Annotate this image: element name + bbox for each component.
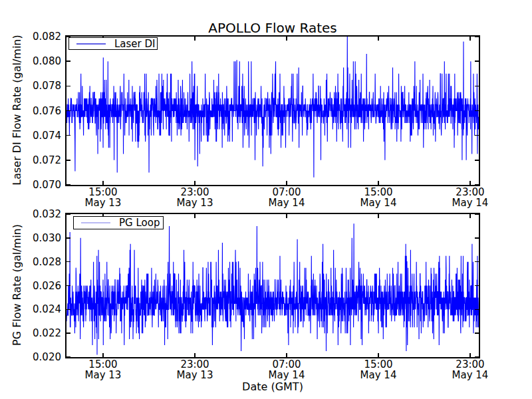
y-tick-label: 0.022 xyxy=(19,327,61,339)
legend-label: Laser DI xyxy=(114,38,156,50)
x-axis-tick xyxy=(286,181,287,185)
chart-title: APOLLO Flow Rates xyxy=(66,20,479,36)
y-tick-label: 0.082 xyxy=(19,31,61,43)
x-axis-tick-top xyxy=(378,214,379,218)
y-axis-tick-right xyxy=(475,213,479,215)
y-axis-tick xyxy=(66,160,70,161)
x-tick-label: 23:00May 13 xyxy=(166,360,223,380)
legend-laser-di: Laser DI xyxy=(68,37,158,50)
y-tick-label: 0.076 xyxy=(19,105,61,117)
y-axis-tick xyxy=(66,332,70,334)
x-axis-tick-top xyxy=(286,37,287,41)
x-tick-label: 23:00May 14 xyxy=(442,188,499,208)
y-tick-label: 0.028 xyxy=(19,256,61,268)
legend-line-sample-icon xyxy=(76,41,106,47)
legend-line-sample-icon xyxy=(80,219,111,226)
plot-area-pg-loop xyxy=(65,213,480,358)
x-axis-tick-top xyxy=(469,214,471,218)
y-tick-label: 0.080 xyxy=(19,55,61,67)
x-axis-tick xyxy=(286,353,287,357)
x-tick-label: 07:00May 14 xyxy=(258,360,315,380)
x-tick-label-line: May 13 xyxy=(74,370,132,381)
x-axis-tick xyxy=(194,353,196,357)
y-tick-label: 0.024 xyxy=(19,303,61,315)
x-tick-label: 23:00May 13 xyxy=(166,188,223,208)
y-axis-tick-right xyxy=(475,86,479,87)
y-axis-tick-right xyxy=(475,309,479,311)
x-axis-tick xyxy=(378,181,379,185)
x-tick-label-line: May 14 xyxy=(258,370,315,381)
y-tick-label: 0.030 xyxy=(19,232,61,244)
y-axis-tick-right xyxy=(475,356,479,358)
y-tick-label: 0.074 xyxy=(19,130,61,142)
y-axis-tick-right xyxy=(475,36,479,37)
legend-label: PG Loop xyxy=(119,217,160,229)
y-axis-tick-right xyxy=(475,332,479,334)
x-axis-tick-top xyxy=(194,214,196,218)
plot-area-laser-di xyxy=(65,35,480,186)
y-tick-label: 0.020 xyxy=(19,351,61,363)
x-axis-tick-top xyxy=(194,37,196,41)
y-tick-label: 0.078 xyxy=(19,80,61,92)
pg-loop-line-series xyxy=(66,214,479,357)
series-line-pg-loop xyxy=(66,223,479,354)
laser-di-line-series xyxy=(66,37,479,185)
legend-pg-loop: PG Loop xyxy=(73,216,164,229)
x-tick-label: 15:00May 13 xyxy=(74,188,132,208)
x-axis-tick xyxy=(469,181,471,185)
x-axis-tick xyxy=(378,353,379,357)
y-axis-tick xyxy=(66,86,70,87)
y-axis-tick xyxy=(66,237,70,239)
x-axis-tick xyxy=(102,181,104,185)
y-axis-tick xyxy=(66,356,70,358)
y-axis-tick xyxy=(66,213,70,215)
x-axis-tick-top xyxy=(286,214,287,218)
y-axis-tick-right xyxy=(475,61,479,62)
x-axis-tick-top xyxy=(378,37,379,41)
y-axis-title-laser-di: Laser DI Flow Rate (gal/min) xyxy=(11,11,23,210)
y-axis-title-pg: PG Flow Rate (gal/min) xyxy=(11,186,23,385)
y-axis-tick xyxy=(66,309,70,311)
y-tick-label: 0.070 xyxy=(19,179,61,191)
x-axis-tick-top xyxy=(469,37,471,41)
x-tick-label: 15:00May 14 xyxy=(350,360,407,380)
x-tick-label-line: May 13 xyxy=(74,198,132,209)
y-axis-tick xyxy=(66,110,70,112)
x-tick-label-line: May 14 xyxy=(442,370,499,381)
y-axis-tick xyxy=(66,135,70,136)
y-axis-tick-right xyxy=(475,285,479,287)
y-axis-tick xyxy=(66,61,70,62)
y-axis-tick-right xyxy=(475,110,479,112)
x-axis-tick xyxy=(194,181,196,185)
y-axis-tick-right xyxy=(475,135,479,136)
y-axis-tick xyxy=(66,261,70,263)
axes-pg-loop: PG Loop 15:00May 1323:00May 1307:00May 1… xyxy=(65,213,480,358)
y-tick-label: 0.032 xyxy=(19,208,61,220)
y-tick-label: 0.026 xyxy=(19,280,61,292)
x-tick-label-line: May 13 xyxy=(166,198,223,209)
y-axis-tick-right xyxy=(475,160,479,161)
x-tick-label-line: May 14 xyxy=(350,198,407,209)
series-line-laser-di xyxy=(66,37,479,178)
x-axis-tick xyxy=(469,353,471,357)
y-axis-tick xyxy=(66,285,70,287)
y-axis-tick-right xyxy=(475,261,479,263)
x-tick-label-line: May 14 xyxy=(350,370,407,381)
x-tick-label: 07:00May 14 xyxy=(258,188,315,208)
x-tick-label-line: May 14 xyxy=(442,198,499,209)
x-tick-label-line: May 13 xyxy=(166,370,223,381)
axes-laser-di: Laser DI 15:00May 1323:00May 1307:00May … xyxy=(65,35,480,186)
x-axis-title: Date (GMT) xyxy=(66,380,479,393)
x-tick-label: 15:00May 13 xyxy=(74,360,132,380)
y-axis-tick xyxy=(66,184,70,186)
y-axis-tick-right xyxy=(475,184,479,186)
x-tick-label: 15:00May 14 xyxy=(350,188,407,208)
x-tick-label: 23:00May 14 xyxy=(442,360,499,380)
y-axis-tick-right xyxy=(475,237,479,239)
x-tick-label-line: May 14 xyxy=(258,198,315,209)
figure: APOLLO Flow Rates Laser DI 15:00May 1323… xyxy=(0,0,532,399)
y-tick-label: 0.072 xyxy=(19,154,61,166)
x-axis-tick xyxy=(102,353,104,357)
